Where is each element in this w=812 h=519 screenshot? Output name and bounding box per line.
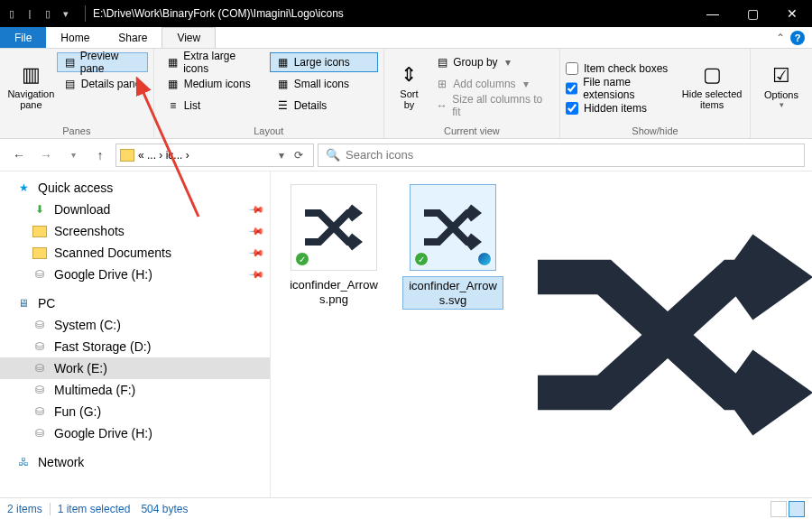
group-label: Panes [5,124,148,136]
tab-view[interactable]: View [161,27,216,48]
main-area: ★ Quick access ⬇ Download 📌 Screenshots … [0,171,812,497]
sidebar-item-download[interactable]: ⬇ Download 📌 [0,199,270,220]
pc-icon: 🖥 [16,296,31,310]
drive-icon: ⛁ [32,318,47,332]
forward-button[interactable]: → [34,144,58,167]
folder-icon [120,149,134,162]
close-button[interactable]: ✕ [772,0,812,27]
qat-item[interactable]: | [22,5,38,22]
network-icon: 🖧 [16,455,31,469]
back-button[interactable]: ← [7,144,31,167]
sidebar-item-screenshots[interactable]: Screenshots 📌 [0,220,270,242]
status-item-count: 2 items [7,503,42,515]
drive-icon: ⛁ [32,426,47,440]
qat-item[interactable]: ▯ [40,5,56,22]
sidebar-pc[interactable]: 🖥 PC [0,292,270,314]
address-bar-row: ← → ▾ ↑ « ... › ic... › ▾ ⟳ 🔍 Search ico… [0,139,812,171]
sidebar-item-fast-storage-d[interactable]: ⛁ Fast Storage (D:) [0,336,270,357]
file-name: iconfinder_Arrows.svg [402,276,503,310]
folder-icon [32,247,47,259]
file-item[interactable]: ✓ iconfinder_Arrows.svg [402,184,503,310]
add-columns-button[interactable]: ⊞Add columns▾ [429,74,554,94]
file-list[interactable]: ✓ iconfinder_Arrows.png ✓ iconfinder_Arr… [271,171,523,497]
layout-large-icons[interactable]: ▦Large icons [270,52,378,72]
sync-badge-icon: ✓ [414,252,429,266]
collapse-ribbon-icon[interactable]: ⌃ [776,32,785,44]
large-icons-icon: ▦ [276,55,291,70]
pin-icon: 📌 [247,244,264,261]
sidebar-item-scanned-documents[interactable]: Scanned Documents 📌 [0,242,270,264]
navigation-pane-icon: ▥ [22,63,41,87]
folder-icon[interactable]: ▯ [4,5,20,22]
tab-share[interactable]: Share [104,27,161,48]
tab-home[interactable]: Home [46,27,104,48]
file-thumbnail: ✓ [410,184,496,271]
layout-list[interactable]: ≡List [160,96,268,116]
sidebar-quick-access[interactable]: ★ Quick access [0,177,270,199]
drive-icon: ⛁ [32,404,47,419]
shuffle-icon [298,191,370,264]
ribbon-group-show-hide: Item check boxes File name extensions Hi… [560,49,751,138]
file-name-extensions-toggle[interactable]: File name extensions [566,79,679,97]
layout-details[interactable]: ☰Details [270,96,378,116]
sidebar-item-fun-g[interactable]: ⛁ Fun (G:) [0,401,270,422]
ribbon-group-options: ☑ Options ▾ [751,49,812,138]
file-item[interactable]: ✓ iconfinder_Arrows.png [283,184,384,308]
breadcrumb[interactable]: « ... › ic... › [138,149,275,162]
sidebar-item-google-drive-h[interactable]: ⛁ Google Drive (H:) 📌 [0,264,270,285]
divider [50,503,51,515]
ribbon: ▥ Navigation pane ▤ Preview pane ▤ Detai… [0,49,812,139]
checkbox[interactable] [566,82,577,95]
folder-icon [32,226,47,237]
sidebar-network[interactable]: 🖧 Network [0,451,270,473]
tab-file[interactable]: File [0,27,46,48]
layout-extra-large-icons[interactable]: ▦Extra large icons [160,52,268,72]
hide-selected-items-button[interactable]: ▢ Hide selected items [679,52,744,121]
hidden-items-toggle[interactable]: Hidden items [566,99,679,117]
add-columns-icon: ⊞ [435,77,449,91]
details-pane-button[interactable]: ▤ Details pane [57,74,148,94]
file-name: iconfinder_Arrows.png [283,276,384,308]
navigation-sidebar: ★ Quick access ⬇ Download 📌 Screenshots … [0,171,271,497]
address-bar[interactable]: « ... › ic... › ▾ ⟳ [115,144,314,167]
navigation-pane-button[interactable]: ▥ Navigation pane [5,52,57,121]
search-input[interactable]: 🔍 Search icons [318,144,805,167]
sync-badge-icon: ✓ [295,252,309,266]
checkbox[interactable] [566,62,578,75]
checkbox[interactable] [566,102,578,115]
group-by-button[interactable]: ▤Group by▾ [429,52,554,72]
size-columns-icon: ↔ [435,98,448,113]
preview-pane-button[interactable]: ▤ Preview pane [57,52,148,72]
group-label: Layout [160,124,378,136]
view-details-button[interactable] [770,501,787,517]
address-dropdown-icon[interactable]: ▾ [279,149,284,162]
details-icon: ☰ [276,98,291,113]
qat-dropdown-icon[interactable]: ▾ [58,5,74,22]
file-thumbnail: ✓ [291,184,377,271]
layout-medium-icons[interactable]: ▦Medium icons [160,74,268,94]
layout-small-icons[interactable]: ▦Small icons [270,74,378,94]
window-title: E:\Drive\Work\BinaryFork (COM)\Imagini\L… [91,7,693,20]
refresh-button[interactable]: ⟳ [288,149,309,162]
group-label [756,124,807,136]
preview-pane [523,171,812,497]
ribbon-group-panes: ▥ Navigation pane ▤ Preview pane ▤ Detai… [0,49,154,138]
sidebar-item-multimeda-f[interactable]: ⛁ Multimeda (F:) [0,379,270,401]
recent-locations-button[interactable]: ▾ [61,144,85,167]
sidebar-item-google-drive-h2[interactable]: ⛁ Google Drive (H:) [0,422,270,444]
up-button[interactable]: ↑ [88,144,112,167]
item-check-boxes-toggle[interactable]: Item check boxes [566,60,679,78]
help-icon[interactable]: ? [790,31,805,45]
maximize-button[interactable]: ▢ [733,0,772,27]
options-button[interactable]: ☑ Options ▾ [756,52,807,121]
sort-by-button[interactable]: ⇕ Sort by [390,52,429,121]
preview-pane-icon: ▤ [63,55,77,70]
preview-shuffle-icon [523,190,812,479]
sidebar-item-work-e[interactable]: ⛁ Work (E:) [0,357,270,379]
sidebar-item-system-c[interactable]: ⛁ System (C:) [0,314,270,336]
group-by-icon: ▤ [435,55,449,70]
view-large-icons-button[interactable] [789,501,805,517]
size-columns-button[interactable]: ↔Size all columns to fit [429,96,554,116]
minimize-button[interactable]: — [693,0,733,27]
status-selected-count: 1 item selected [58,503,131,515]
